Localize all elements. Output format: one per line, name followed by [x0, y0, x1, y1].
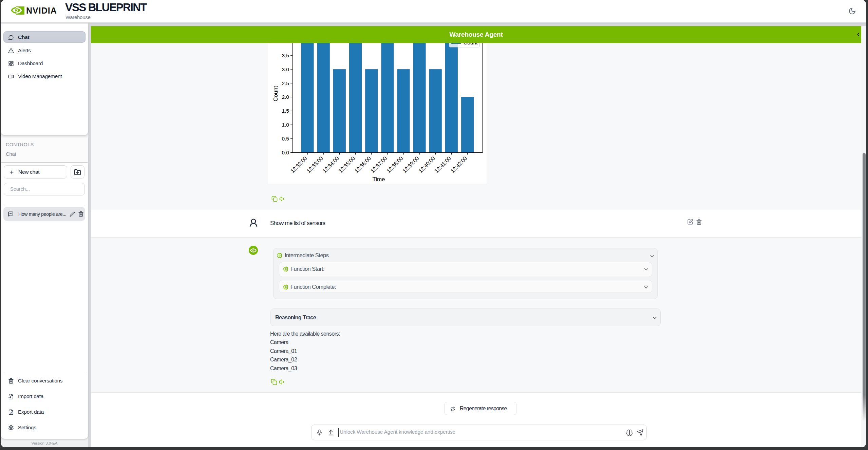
svg-text:Count: Count	[464, 43, 478, 45]
svg-text:2.0: 2.0	[282, 94, 289, 100]
svg-text:Time: Time	[372, 176, 385, 183]
svg-text:3.0: 3.0	[282, 67, 289, 72]
svg-text:3.5: 3.5	[282, 53, 289, 58]
svg-text:Count: Count	[272, 86, 279, 101]
svg-text:0.0: 0.0	[282, 150, 289, 155]
svg-text:1.0: 1.0	[282, 122, 289, 128]
svg-text:NVIDIA: NVIDIA	[26, 6, 57, 15]
svg-text:1.5: 1.5	[282, 108, 289, 114]
svg-text:2.5: 2.5	[282, 80, 289, 86]
svg-text:0.5: 0.5	[282, 136, 289, 142]
